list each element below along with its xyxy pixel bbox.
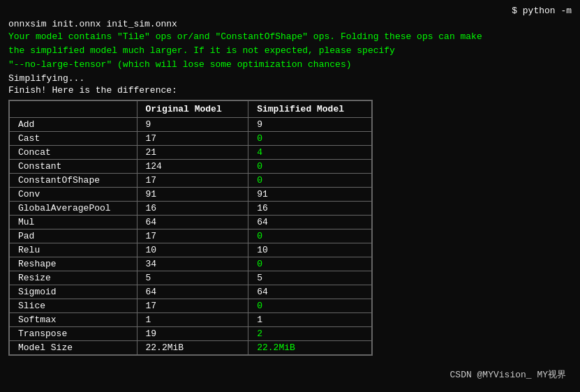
table-row: Slice170 <box>10 299 372 312</box>
cell-simplified: 5 <box>248 271 372 285</box>
cell-original: 10 <box>137 243 248 257</box>
table-header-row: Original Model Simplified Model <box>10 100 372 117</box>
cell-op-name: Mul <box>10 215 137 229</box>
table-row: Sigmoid6464 <box>10 285 372 299</box>
cell-original: 17 <box>137 173 248 187</box>
cell-op-name: Sigmoid <box>10 285 137 299</box>
diff-table-container: Original Model Simplified Model Add99Cas… <box>8 100 373 356</box>
cell-original: 124 <box>137 159 248 173</box>
warning-line-1: Your model contains "Tile" ops or/and "C… <box>8 31 572 43</box>
table-row: Add99 <box>10 117 372 131</box>
table-row: Mul6464 <box>10 215 372 229</box>
table-row: Pad170 <box>10 229 372 243</box>
cell-op-name: Slice <box>10 299 137 312</box>
cell-original: 17 <box>137 131 248 145</box>
table-body: Add99Cast170Concat214Constant1240Constan… <box>10 117 372 354</box>
cell-simplified: 64 <box>248 215 372 229</box>
cell-simplified: 91 <box>248 187 372 201</box>
cell-original: 17 <box>137 229 248 243</box>
top-bar: $ python -m <box>8 6 572 16</box>
table-row: GlobalAveragePool1616 <box>10 201 372 215</box>
cell-original: 16 <box>137 201 248 215</box>
cell-op-name: Cast <box>10 131 137 145</box>
cell-original: 64 <box>137 215 248 229</box>
cell-original: 19 <box>137 326 248 340</box>
cell-op-name: Add <box>10 117 137 131</box>
cell-simplified: 0 <box>248 229 372 243</box>
table-row: Constant1240 <box>10 159 372 173</box>
cell-simplified: 0 <box>248 173 372 187</box>
cell-original: 1 <box>137 312 248 326</box>
header-col-original: Original Model <box>137 100 248 117</box>
table-row: Resize55 <box>10 271 372 285</box>
cell-op-name: Resize <box>10 271 137 285</box>
cell-original: 21 <box>137 145 248 159</box>
cell-simplified: 64 <box>248 285 372 299</box>
cell-simplified: 22.2MiB <box>248 340 372 354</box>
cell-original: 9 <box>137 117 248 131</box>
table-row: Cast170 <box>10 131 372 145</box>
cell-op-name: Concat <box>10 145 137 159</box>
cell-simplified: 4 <box>248 145 372 159</box>
cell-op-name: GlobalAveragePool <box>10 201 137 215</box>
cell-simplified: 0 <box>248 131 372 145</box>
status-simplifying: Simplifying... <box>8 73 572 84</box>
top-bar-command: $ python -m <box>512 6 572 16</box>
table-row: Reshape340 <box>10 257 372 271</box>
cell-original: 34 <box>137 257 248 271</box>
cell-simplified: 2 <box>248 326 372 340</box>
table-row: Conv9191 <box>10 187 372 201</box>
cell-op-name: Softmax <box>10 312 137 326</box>
cell-op-name: Constant <box>10 159 137 173</box>
table-row: Concat214 <box>10 145 372 159</box>
command-line: onnxsim init.onnx init_sim.onnx <box>8 19 572 29</box>
watermark: CSDN @MYVision_ MY视界 <box>450 368 566 381</box>
cell-op-name: Conv <box>10 187 137 201</box>
cell-original: 5 <box>137 271 248 285</box>
cell-original: 22.2MiB <box>137 340 248 354</box>
cell-simplified: 10 <box>248 243 372 257</box>
table-row: Softmax11 <box>10 312 372 326</box>
warning-line-3: "--no-large-tensor" (which will lose som… <box>8 59 572 71</box>
cell-original: 91 <box>137 187 248 201</box>
table-row: Transpose192 <box>10 326 372 340</box>
diff-table: Original Model Simplified Model Add99Cas… <box>9 100 372 355</box>
cell-original: 17 <box>137 299 248 312</box>
terminal: $ python -m onnxsim init.onnx init_sim.o… <box>0 0 580 392</box>
cell-op-name: Model Size <box>10 340 137 354</box>
cell-simplified: 1 <box>248 312 372 326</box>
cell-simplified: 16 <box>248 201 372 215</box>
table-row: Model Size22.2MiB22.2MiB <box>10 340 372 354</box>
cell-simplified: 0 <box>248 299 372 312</box>
header-col-name <box>10 100 137 117</box>
cell-op-name: ConstantOfShape <box>10 173 137 187</box>
table-row: ConstantOfShape170 <box>10 173 372 187</box>
cell-original: 64 <box>137 285 248 299</box>
warning-line-2: the simplified model much larger. If it … <box>8 45 572 57</box>
cell-simplified: 9 <box>248 117 372 131</box>
warning-block: Your model contains "Tile" ops or/and "C… <box>8 31 572 72</box>
cell-op-name: Transpose <box>10 326 137 340</box>
table-row: Relu1010 <box>10 243 372 257</box>
status-finish: Finish! Here is the difference: <box>8 85 572 96</box>
cell-simplified: 0 <box>248 257 372 271</box>
cell-op-name: Pad <box>10 229 137 243</box>
cell-op-name: Reshape <box>10 257 137 271</box>
cell-simplified: 0 <box>248 159 372 173</box>
cell-op-name: Relu <box>10 243 137 257</box>
header-col-simplified: Simplified Model <box>248 100 372 117</box>
